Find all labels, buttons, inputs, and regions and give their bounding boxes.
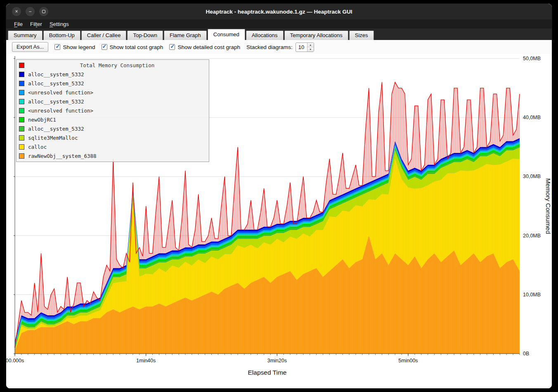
legend-swatch (19, 144, 24, 150)
spin-down-icon: ▼ (309, 48, 312, 51)
tab-flame-graph[interactable]: Flame Graph (164, 31, 207, 40)
legend-label: newObjRC1 (28, 117, 56, 123)
legend-item: alloc__system_5332 (17, 79, 209, 88)
spin-buttons: ▲ ▼ (307, 43, 314, 52)
legend-swatch (19, 117, 24, 122)
legend-label: calloc (28, 144, 47, 150)
menu-item-file[interactable]: File (10, 19, 26, 28)
checkbox-show-detailed-cost-graph-box (169, 44, 175, 50)
x-tick-label: 00.000s (6, 358, 24, 364)
titlebar: × − Heaptrack - heaptrack.wakunode.1.gz … (6, 4, 552, 19)
app-window: × − Heaptrack - heaptrack.wakunode.1.gz … (6, 3, 552, 389)
y-tick-label: 40,0MB (523, 115, 541, 120)
close-button[interactable]: × (12, 7, 21, 16)
window-controls: × − (12, 7, 48, 16)
legend-swatch-total (19, 63, 24, 68)
legend-swatch (19, 126, 24, 131)
tab-top-down[interactable]: Top-Down (127, 31, 163, 40)
y-tick-label: 30,0MB (523, 174, 541, 179)
menu-item-settings[interactable]: Settings (46, 19, 73, 28)
tab-consumed[interactable]: Consumed (208, 29, 245, 40)
stacked-diagrams-spinbox[interactable]: 10 ▲ ▼ (296, 42, 314, 52)
checkbox-show-detailed-cost-graph-label: Show detailed cost graph (177, 44, 240, 50)
close-icon: × (15, 9, 18, 14)
spin-down-button[interactable]: ▼ (307, 47, 314, 52)
checkbox-show-legend[interactable]: Show legend (54, 44, 95, 50)
legend-label: rawNewObj__system_6388 (28, 153, 97, 159)
legend-swatch (19, 135, 24, 141)
tab-summary[interactable]: Summary (8, 31, 43, 40)
legend-item: newObjRC1 (17, 115, 209, 124)
legend-item: alloc__system_5332 (17, 70, 209, 79)
legend-item: rawNewObj__system_6388 (17, 151, 209, 160)
checkbox-show-legend-label: Show legend (63, 44, 95, 50)
minimize-icon: − (28, 9, 31, 14)
legend-label: alloc__system_5332 (28, 99, 84, 105)
legend-swatch (19, 81, 24, 86)
maximize-icon (42, 10, 45, 13)
legend-item: <unresolved function> (17, 106, 209, 115)
x-tick-label: 1min40s (136, 358, 156, 364)
legend-item: calloc (17, 142, 209, 151)
checkbox-show-detailed-cost-graph[interactable]: Show detailed cost graph (169, 44, 240, 50)
checkbox-show-total-cost-graph-label: Show total cost graph (110, 44, 163, 50)
menu-item-filter[interactable]: Filter (26, 19, 46, 28)
legend-item: sqlite3MemMalloc (17, 133, 209, 142)
checkbox-show-total-cost-graph[interactable]: Show total cost graph (102, 44, 163, 50)
y-tick-label: 0B (523, 351, 529, 357)
minimize-button[interactable]: − (26, 7, 35, 16)
legend-item: <unresolved function> (17, 88, 209, 97)
checkbox-show-total-cost-graph-box (102, 44, 107, 50)
window-title: Heaptrack - heaptrack.wakunode.1.gz — He… (206, 9, 352, 15)
menubar: File Filter Settings (6, 19, 552, 28)
tab-sizes[interactable]: Sizes (349, 31, 374, 40)
legend-label: <unresolved function> (28, 89, 93, 96)
x-tick-label: 3min20s (267, 358, 287, 364)
spin-up-icon: ▲ (309, 44, 312, 46)
legend-title-row: Total Memory Consumption (17, 61, 209, 70)
y-axis-label: Memory Consumed (545, 178, 552, 234)
legend-swatch (19, 108, 24, 113)
stacked-diagrams-value[interactable]: 10 (296, 43, 307, 52)
tab-temporary-allocations[interactable]: Temporary Allocations (284, 31, 348, 40)
y-tick-label: 20,0MB (523, 233, 541, 239)
legend-item: alloc__system_5332 (17, 124, 209, 133)
legend-label: alloc__system_5332 (28, 126, 84, 132)
legend-label: <unresolved function> (28, 108, 93, 114)
maximize-button[interactable] (39, 7, 48, 16)
legend-swatch (19, 153, 24, 159)
legend-swatch (19, 90, 24, 95)
tab-caller-callee[interactable]: Caller / Callee (81, 31, 127, 40)
legend-swatch (19, 99, 24, 104)
legend-item: alloc__system_5332 (17, 97, 209, 106)
y-tick-label: 50,0MB (523, 56, 541, 61)
tabbar: Summary Bottom-Up Caller / Callee Top-Do… (6, 28, 552, 40)
stacked-diagrams-group: Stacked diagrams: 10 ▲ ▼ (246, 42, 314, 52)
legend-swatch (19, 72, 24, 77)
chart-region: 00.000s1min40s3min20s5min00s0B10,0MB20,0… (6, 54, 552, 388)
x-axis-label: Elapsed Time (248, 369, 287, 376)
checkbox-show-legend-box (54, 44, 60, 50)
spin-up-button[interactable]: ▲ (307, 43, 314, 47)
chart-legend: Total Memory Consumption alloc__system_5… (16, 59, 209, 162)
legend-title: Total Memory Consumption (28, 62, 206, 68)
legend-label: alloc__system_5332 (28, 80, 84, 87)
tab-bottom-up[interactable]: Bottom-Up (43, 31, 80, 40)
stacked-diagrams-label: Stacked diagrams: (246, 44, 293, 50)
legend-label: alloc__system_5332 (28, 71, 84, 77)
tab-allocations[interactable]: Allocations (246, 31, 284, 40)
x-tick-label: 5min00s (398, 358, 418, 364)
toolbar: Export As... Show legend Show total cost… (6, 40, 552, 54)
y-tick-label: 10,0MB (523, 292, 541, 298)
legend-label: sqlite3MemMalloc (28, 135, 78, 141)
export-as-button[interactable]: Export As... (12, 42, 48, 52)
